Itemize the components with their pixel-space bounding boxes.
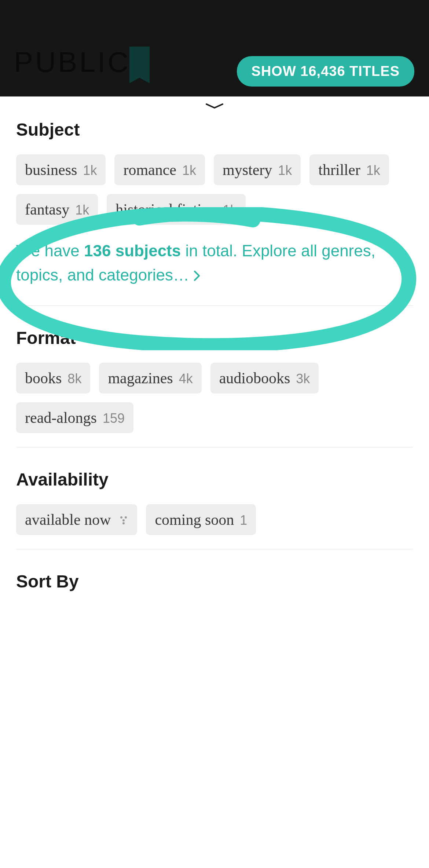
chevron-down-icon — [206, 103, 223, 109]
chip-count: 1 — [240, 513, 247, 528]
format-chip-read-alongs[interactable]: read-alongs 159 — [16, 402, 133, 433]
logo-text: PUBLIC — [14, 48, 131, 76]
svg-point-3 — [122, 522, 125, 524]
format-chip-books[interactable]: books 8k — [16, 363, 90, 393]
chip-label: books — [25, 369, 62, 387]
divider — [16, 447, 413, 447]
chip-count: 8k — [67, 371, 81, 387]
estimate-icon — [119, 515, 128, 527]
availability-section: Availability available now coming soon 1 — [0, 469, 429, 535]
chip-label: magazines — [108, 369, 173, 387]
svg-point-0 — [120, 516, 122, 519]
explore-bold: 136 subjects — [84, 242, 181, 260]
subject-chip-historical-fiction[interactable]: historical fiction 1k — [107, 194, 245, 225]
chevron-right-icon — [194, 270, 200, 281]
subject-chip-business[interactable]: business 1k — [16, 154, 106, 185]
availability-chips: available now coming soon 1 — [16, 504, 413, 535]
sortby-title: Sort By — [16, 571, 413, 592]
format-chip-audiobooks[interactable]: audiobooks 3k — [210, 363, 319, 393]
subject-title: Subject — [16, 120, 413, 140]
divider — [16, 549, 413, 549]
show-titles-button[interactable]: SHOW 16,436 TITLES — [237, 56, 414, 87]
chip-label: coming soon — [155, 511, 234, 528]
chip-count: 3k — [296, 371, 310, 387]
explore-subjects-link[interactable]: We have 136 subjects in total. Explore a… — [16, 239, 413, 287]
chip-label: fantasy — [25, 201, 69, 218]
sheet-handle[interactable] — [0, 97, 429, 120]
subject-chips: business 1k romance 1k mystery 1k thrill… — [16, 154, 413, 225]
chip-label: read-alongs — [25, 409, 97, 426]
subject-section: Subject business 1k romance 1k mystery 1… — [0, 120, 429, 287]
header: PUBLIC SHOW 16,436 TITLES — [0, 0, 429, 96]
chip-label: thriller — [318, 161, 360, 179]
sortby-section: Sort By — [0, 571, 429, 592]
format-title: Format — [16, 328, 413, 348]
chip-label: historical fiction — [115, 201, 217, 218]
chip-count: 1k — [83, 163, 97, 178]
divider — [16, 305, 413, 306]
chip-count: 1k — [366, 163, 380, 178]
chip-count: 1k — [223, 202, 237, 218]
filter-sheet: Subject business 1k romance 1k mystery 1… — [0, 96, 429, 868]
chip-label: audiobooks — [219, 369, 290, 387]
format-chip-magazines[interactable]: magazines 4k — [99, 363, 201, 393]
format-chips: books 8k magazines 4k audiobooks 3k read… — [16, 363, 413, 433]
availability-chip-available-now[interactable]: available now — [16, 504, 137, 535]
svg-point-2 — [122, 519, 125, 521]
svg-point-1 — [125, 516, 127, 519]
subject-chip-mystery[interactable]: mystery 1k — [214, 154, 301, 185]
chip-label: romance — [123, 161, 176, 179]
chip-count: 159 — [103, 411, 125, 426]
subject-chip-romance[interactable]: romance 1k — [114, 154, 205, 185]
chip-count: 1k — [278, 163, 292, 178]
library-logo: PUBLIC — [14, 48, 131, 76]
subject-chip-thriller[interactable]: thriller 1k — [309, 154, 389, 185]
format-section: Format books 8k magazines 4k audiobooks … — [0, 328, 429, 433]
chip-label: business — [25, 161, 77, 179]
explore-prefix: We have — [16, 242, 84, 260]
chip-count: 1k — [75, 202, 89, 218]
bookmark-icon — [129, 47, 150, 83]
chip-count: 4k — [179, 371, 193, 387]
chip-count: 1k — [182, 163, 196, 178]
chip-label: mystery — [223, 161, 272, 179]
chip-label: available now — [25, 511, 111, 528]
subject-chip-fantasy[interactable]: fantasy 1k — [16, 194, 98, 225]
availability-chip-coming-soon[interactable]: coming soon 1 — [146, 504, 256, 535]
availability-title: Availability — [16, 469, 413, 490]
